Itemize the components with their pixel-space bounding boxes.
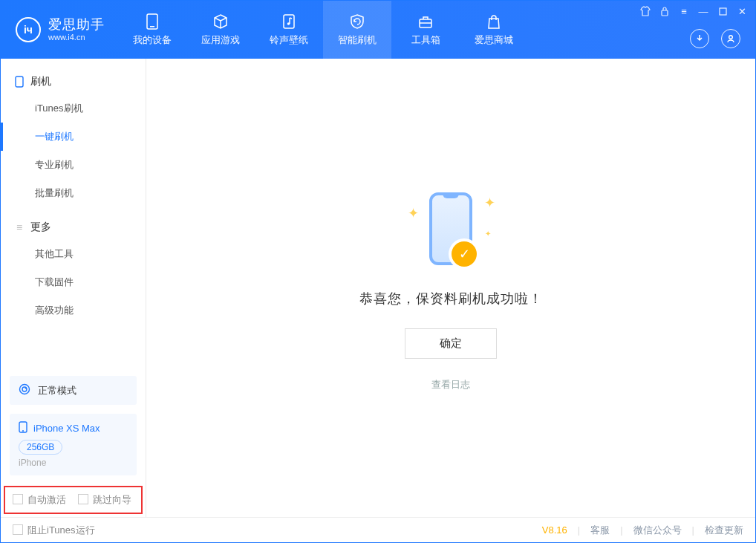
menu-icon[interactable]: ≡ — [678, 5, 690, 17]
sparkle-icon: ✦ — [485, 230, 491, 238]
support-link[interactable]: 客服 — [590, 524, 610, 537]
device-phone-icon — [19, 421, 27, 435]
tab-toolbox[interactable]: 工具箱 — [391, 1, 460, 59]
svg-rect-6 — [720, 8, 726, 15]
footer-right: V8.16 | 客服 | 微信公众号 | 检查更新 — [542, 524, 743, 537]
tab-label: 爱思商城 — [475, 33, 513, 47]
sidebar-item-other-tools[interactable]: 其他工具 — [1, 240, 146, 268]
sidebar-item-oneclick-flash[interactable]: 一键刷机 — [1, 123, 146, 151]
highlighted-options: 自动激活 跳过向导 — [4, 486, 143, 514]
ok-button[interactable]: 确定 — [405, 328, 497, 359]
footer-left: 阻止iTunes运行 — [13, 524, 95, 537]
cube-icon — [211, 13, 230, 30]
svg-rect-1 — [150, 26, 154, 27]
success-illustration: ✦ ✦ ✦ ✓ — [406, 184, 495, 273]
svg-rect-2 — [284, 15, 294, 28]
titlebar-controls: ≡ — ✕ — [639, 5, 748, 17]
mode-panel[interactable]: 正常模式 — [10, 376, 137, 405]
close-icon[interactable]: ✕ — [736, 5, 748, 17]
logo-text: 爱思助手 www.i4.cn — [48, 17, 105, 42]
check-update-link[interactable]: 检查更新 — [705, 524, 743, 537]
wechat-link[interactable]: 微信公众号 — [633, 524, 682, 537]
sidebar: 刷机 iTunes刷机 一键刷机 专业刷机 批量刷机 ≡ 更多 其他工具 下载固… — [1, 59, 146, 517]
maximize-icon[interactable] — [717, 5, 729, 17]
separator: | — [692, 524, 694, 536]
sync-icon — [19, 383, 30, 397]
tshirt-icon[interactable] — [639, 5, 651, 17]
checkbox-icon — [13, 494, 23, 504]
device-name-row: iPhone XS Max — [19, 421, 128, 435]
svg-rect-8 — [16, 77, 23, 87]
logo[interactable]: iч 爱思助手 www.i4.cn — [1, 1, 118, 59]
tab-ringtones-wallpapers[interactable]: 铃声壁纸 — [255, 1, 323, 59]
tab-label: 铃声壁纸 — [270, 33, 308, 47]
shopping-bag-icon — [484, 13, 504, 30]
device-name: iPhone XS Max — [33, 423, 100, 434]
body: 刷机 iTunes刷机 一键刷机 专业刷机 批量刷机 ≡ 更多 其他工具 下载固… — [1, 59, 755, 517]
svg-point-11 — [22, 430, 24, 432]
list-icon: ≡ — [14, 222, 25, 233]
checkbox-block-itunes[interactable]: 阻止iTunes运行 — [13, 524, 95, 537]
phone-icon — [143, 13, 162, 30]
version-label: V8.16 — [542, 524, 567, 536]
status-bar: 阻止iTunes运行 V8.16 | 客服 | 微信公众号 | 检查更新 — [1, 517, 755, 542]
phone-outline-icon — [14, 77, 25, 87]
device-type: iPhone — [19, 458, 128, 468]
checkbox-skip-guide[interactable]: 跳过向导 — [78, 493, 131, 507]
tab-store[interactable]: 爱思商城 — [460, 1, 528, 59]
tab-apps-games[interactable]: 应用游戏 — [186, 1, 255, 59]
separator: | — [620, 524, 622, 536]
checkbox-icon — [13, 524, 23, 535]
tab-label: 我的设备 — [133, 33, 172, 47]
checkbox-icon — [78, 494, 88, 504]
app-window: iч 爱思助手 www.i4.cn 我的设备 应用游戏 铃声壁纸 智能刷机 — [0, 0, 756, 543]
tab-label: 智能刷机 — [338, 33, 377, 47]
sidebar-item-batch-flash[interactable]: 批量刷机 — [1, 179, 146, 207]
logo-subtitle: www.i4.cn — [48, 33, 105, 42]
phone-graphic: ✓ — [429, 192, 472, 265]
device-storage: 256GB — [19, 440, 62, 455]
download-button[interactable] — [690, 29, 709, 48]
user-button[interactable] — [721, 29, 740, 48]
header-right-buttons — [690, 29, 740, 48]
sidebar-item-pro-flash[interactable]: 专业刷机 — [1, 151, 146, 179]
svg-rect-5 — [662, 10, 668, 16]
check-badge-icon: ✓ — [452, 241, 477, 267]
separator: | — [578, 524, 580, 536]
sidebar-section-more: ≡ 更多 — [1, 215, 146, 240]
svg-point-3 — [287, 22, 290, 25]
checkbox-auto-activate[interactable]: 自动激活 — [13, 493, 66, 507]
tab-my-device[interactable]: 我的设备 — [118, 1, 186, 59]
logo-title: 爱思助手 — [48, 17, 105, 33]
sidebar-item-itunes-flash[interactable]: iTunes刷机 — [1, 94, 146, 123]
view-log-link[interactable]: 查看日志 — [431, 378, 470, 391]
sidebar-item-download-firmware[interactable]: 下载固件 — [1, 268, 146, 296]
header-bar: iч 爱思助手 www.i4.cn 我的设备 应用游戏 铃声壁纸 智能刷机 — [1, 1, 755, 59]
mode-label: 正常模式 — [38, 384, 76, 397]
music-note-icon — [279, 13, 299, 30]
refresh-shield-icon — [348, 13, 367, 30]
lock-icon[interactable] — [659, 5, 671, 17]
minimize-icon[interactable]: — — [697, 5, 709, 17]
main-tabs: 我的设备 应用游戏 铃声壁纸 智能刷机 工具箱 爱思商城 — [118, 1, 528, 59]
svg-point-7 — [729, 36, 733, 39]
sidebar-item-advanced[interactable]: 高级功能 — [1, 296, 146, 325]
tab-label: 工具箱 — [411, 33, 440, 47]
tab-smart-flash[interactable]: 智能刷机 — [323, 1, 391, 59]
section-title-label: 更多 — [30, 221, 51, 234]
sparkle-icon: ✦ — [408, 205, 419, 221]
device-panel[interactable]: iPhone XS Max 256GB iPhone — [10, 414, 137, 475]
sparkle-icon: ✦ — [484, 195, 495, 211]
svg-point-9 — [20, 385, 30, 394]
section-title-label: 刷机 — [30, 75, 51, 88]
toolbox-icon — [416, 13, 435, 30]
success-message: 恭喜您，保资料刷机成功啦！ — [359, 290, 543, 308]
main-content: ✦ ✦ ✦ ✓ 恭喜您，保资料刷机成功啦！ 确定 查看日志 — [146, 59, 755, 517]
sidebar-section-flash: 刷机 — [1, 69, 146, 94]
logo-icon: iч — [16, 17, 41, 42]
tab-label: 应用游戏 — [201, 33, 240, 47]
